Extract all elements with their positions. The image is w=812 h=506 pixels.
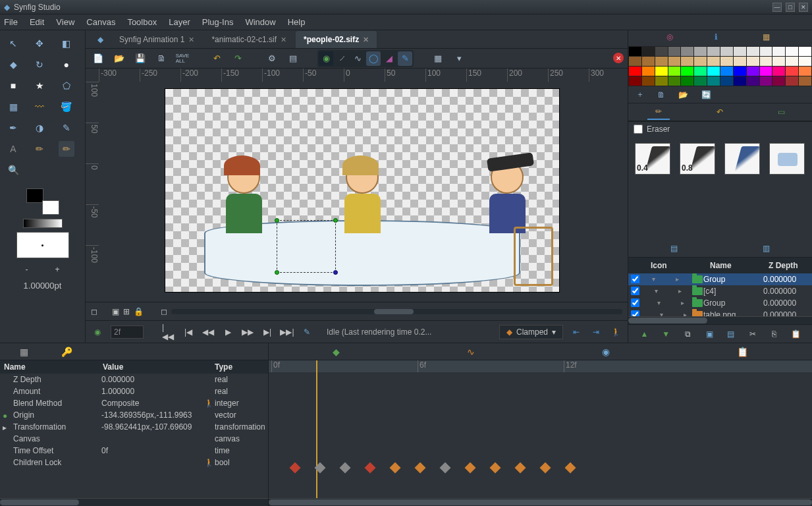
palette-color[interactable]: [734, 57, 746, 66]
history-tab[interactable]: ↶: [709, 105, 731, 119]
keyframe-marker[interactable]: [415, 463, 426, 474]
menu-file[interactable]: File: [4, 17, 18, 27]
save-as-icon[interactable]: 🗎: [154, 51, 169, 66]
palette-color[interactable]: [799, 76, 811, 86]
palette-color[interactable]: [747, 57, 759, 66]
selection-handle[interactable]: [333, 270, 338, 275]
palette-color[interactable]: [772, 67, 785, 76]
text-tool[interactable]: A: [5, 141, 21, 157]
palette-tab-icon[interactable]: ▦: [763, 32, 774, 44]
selection-handle[interactable]: [275, 270, 279, 275]
params-col-name[interactable]: Name: [0, 360, 99, 374]
render-icon[interactable]: ⚙: [265, 51, 279, 66]
brush-preset-3[interactable]: [769, 143, 805, 175]
palette-color[interactable]: [786, 67, 798, 76]
scale-tool[interactable]: ◧: [59, 36, 74, 51]
zoom-tool[interactable]: 🔍: [5, 162, 21, 178]
palette-color[interactable]: [772, 76, 785, 86]
layer-cut-icon[interactable]: ✂: [747, 328, 759, 340]
palette-color[interactable]: [668, 76, 681, 86]
seek-next-key-icon[interactable]: ▶|: [261, 325, 274, 339]
close-button[interactable]: ✕: [799, 3, 808, 12]
save-all-icon[interactable]: SAVEALL: [175, 51, 190, 66]
maximize-button[interactable]: □: [786, 3, 795, 12]
selection-box[interactable]: [277, 220, 336, 273]
info-tab-icon[interactable]: ℹ: [715, 32, 726, 44]
expand-arrow-icon[interactable]: ▸: [663, 287, 691, 295]
menu-view[interactable]: View: [56, 17, 74, 27]
brush-preset-1[interactable]: 0.8: [680, 143, 715, 175]
curves-tab-icon[interactable]: ∿: [458, 344, 484, 360]
layers-scrollbar[interactable]: [628, 316, 812, 324]
palette-color[interactable]: [629, 47, 641, 56]
tab-doc-2[interactable]: *people-02.sifz✕: [296, 31, 377, 48]
layer-row[interactable]: ▾▸Group0.000000: [628, 297, 812, 309]
save-file-icon[interactable]: 💾: [133, 51, 148, 66]
redo-icon[interactable]: ↷: [230, 51, 245, 66]
interpolation-dropdown[interactable]: ◆ Clamped ▾: [499, 325, 563, 339]
palette-color[interactable]: [720, 76, 733, 86]
tab-close-icon[interactable]: ✕: [188, 36, 194, 44]
palette-color[interactable]: [707, 47, 720, 56]
save-palette-icon[interactable]: 🗎: [657, 90, 665, 99]
timeline-ruler[interactable]: 0f6f12f: [269, 360, 812, 372]
palette-color[interactable]: [720, 67, 733, 76]
brush-preset-2[interactable]: [724, 143, 760, 175]
ruler-horizontal[interactable]: -300-250-200-150-100-5005010015020025030…: [99, 69, 628, 82]
onion-skin-icon[interactable]: ◉: [319, 51, 333, 66]
seek-start-icon[interactable]: |◀◀: [162, 325, 175, 339]
spline-tool[interactable]: 〰: [32, 99, 47, 115]
expand-arrow-icon[interactable]: ▾: [644, 311, 663, 316]
palette-color[interactable]: [799, 47, 811, 56]
polygon-tool[interactable]: ⬠: [59, 78, 74, 94]
palette-color[interactable]: [642, 47, 655, 56]
palette-color[interactable]: [629, 57, 641, 66]
palette-color[interactable]: [747, 47, 759, 56]
show-splines-icon[interactable]: ∿: [350, 51, 365, 66]
selection-handle[interactable]: [333, 218, 338, 223]
keyframe-marker[interactable]: [440, 463, 451, 474]
menu-canvas[interactable]: Canvas: [86, 17, 115, 27]
lock-keyframes-past-icon[interactable]: ⇤: [570, 325, 583, 339]
zoom-100-icon[interactable]: ⊞: [123, 307, 130, 316]
palette-color[interactable]: [734, 76, 746, 86]
palette-color[interactable]: [642, 67, 655, 76]
timetrack-tab-icon[interactable]: ◆: [323, 344, 349, 360]
menu-edit[interactable]: Edit: [30, 17, 44, 27]
palette-color[interactable]: [707, 57, 720, 66]
keyframe-marker[interactable]: [290, 463, 301, 474]
palette-color[interactable]: [642, 57, 655, 66]
lock-icon[interactable]: 🔒: [134, 307, 144, 316]
layer-row[interactable]: ▾▸table.png0.000000: [628, 309, 812, 317]
star-tool[interactable]: ★: [32, 78, 47, 94]
tab-close-icon[interactable]: ✕: [363, 36, 369, 44]
seek-prev-key-icon[interactable]: |◀: [182, 325, 195, 339]
keyframe-marker[interactable]: [340, 463, 351, 474]
palette-color[interactable]: [734, 47, 746, 56]
params-col-value[interactable]: Value: [99, 360, 211, 374]
cancel-render-icon[interactable]: ✕: [613, 53, 624, 63]
layers-col-icon[interactable]: Icon: [648, 260, 707, 271]
rotate-tool[interactable]: ↻: [32, 57, 47, 72]
param-value[interactable]: -98.962441px,-107.69609: [101, 422, 204, 432]
children-tab-icon[interactable]: ◉: [593, 344, 619, 360]
param-value[interactable]: 1.000000: [101, 387, 204, 396]
palette-color[interactable]: [655, 57, 668, 66]
snap-grid-icon[interactable]: ▦: [431, 51, 445, 66]
play-icon[interactable]: ▶: [221, 325, 234, 339]
palette-color[interactable]: [655, 47, 668, 56]
palette-color[interactable]: [629, 76, 641, 86]
circle-tool[interactable]: ●: [59, 57, 74, 72]
gradient-tool[interactable]: ▦: [5, 99, 21, 115]
timeline-cursor-line[interactable]: [316, 372, 317, 498]
menu-toolbox[interactable]: Toolbox: [127, 17, 157, 27]
toggle-opt-icon[interactable]: ◻: [161, 307, 167, 316]
palette-color[interactable]: [655, 76, 668, 86]
param-row[interactable]: Canvascanvas: [0, 433, 268, 445]
brush-preset-0[interactable]: 0.4: [635, 143, 670, 175]
palette-color[interactable]: [694, 67, 707, 76]
param-row[interactable]: Children Lock🚶bool: [0, 457, 268, 468]
timeline-scrollbar[interactable]: [269, 498, 812, 506]
expand-arrow-icon[interactable]: ▸: [663, 299, 691, 306]
groups-panel-tab-icon[interactable]: ▥: [763, 244, 770, 253]
